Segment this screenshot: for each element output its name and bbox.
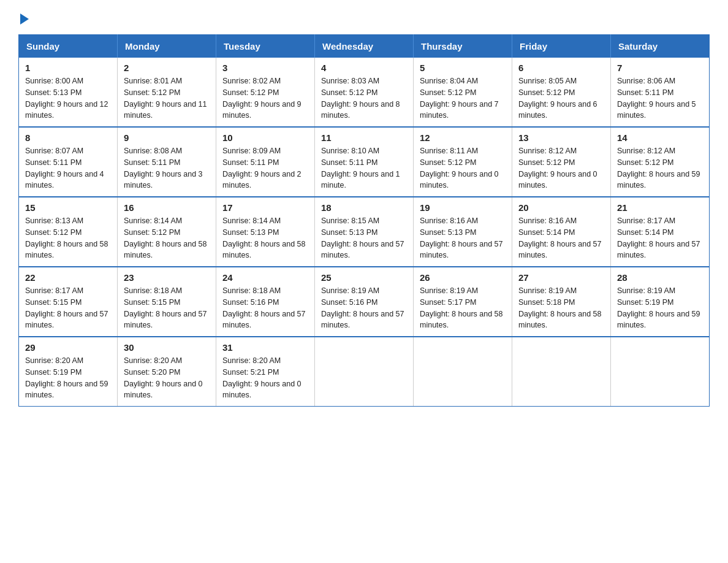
calendar-cell: 12 Sunrise: 8:11 AMSunset: 5:12 PMDaylig…	[414, 127, 512, 197]
week-row-5: 29 Sunrise: 8:20 AMSunset: 5:19 PMDaylig…	[19, 337, 710, 407]
day-info: Sunrise: 8:17 AMSunset: 5:14 PMDaylight:…	[617, 216, 700, 259]
calendar-cell: 6 Sunrise: 8:05 AMSunset: 5:12 PMDayligh…	[512, 58, 611, 127]
day-info: Sunrise: 8:19 AMSunset: 5:16 PMDaylight:…	[321, 286, 404, 329]
day-number: 8	[25, 132, 111, 143]
day-header-friday: Friday	[512, 35, 611, 58]
calendar-cell: 27 Sunrise: 8:19 AMSunset: 5:18 PMDaylig…	[512, 267, 611, 337]
day-number: 14	[617, 132, 703, 143]
day-number: 23	[124, 272, 210, 283]
calendar-cell: 25 Sunrise: 8:19 AMSunset: 5:16 PMDaylig…	[315, 267, 414, 337]
calendar-cell: 21 Sunrise: 8:17 AMSunset: 5:14 PMDaylig…	[611, 197, 710, 267]
day-number: 22	[25, 272, 111, 283]
day-number: 13	[518, 132, 604, 143]
calendar-table: SundayMondayTuesdayWednesdayThursdayFrid…	[18, 34, 710, 407]
calendar-cell	[512, 337, 611, 407]
day-info: Sunrise: 8:07 AMSunset: 5:11 PMDaylight:…	[25, 147, 104, 190]
day-number: 2	[124, 63, 210, 73]
day-info: Sunrise: 8:04 AMSunset: 5:12 PMDaylight:…	[420, 77, 499, 120]
calendar-cell: 23 Sunrise: 8:18 AMSunset: 5:15 PMDaylig…	[118, 267, 216, 337]
calendar-cell: 1 Sunrise: 8:00 AMSunset: 5:13 PMDayligh…	[19, 58, 118, 127]
day-info: Sunrise: 8:17 AMSunset: 5:15 PMDaylight:…	[25, 286, 108, 329]
day-info: Sunrise: 8:01 AMSunset: 5:12 PMDaylight:…	[124, 77, 207, 120]
day-header-row: SundayMondayTuesdayWednesdayThursdayFrid…	[19, 35, 710, 58]
day-number: 25	[321, 272, 407, 283]
calendar-cell: 8 Sunrise: 8:07 AMSunset: 5:11 PMDayligh…	[19, 127, 118, 197]
day-info: Sunrise: 8:12 AMSunset: 5:12 PMDaylight:…	[518, 147, 597, 190]
day-header-tuesday: Tuesday	[216, 35, 315, 58]
day-info: Sunrise: 8:11 AMSunset: 5:12 PMDaylight:…	[420, 147, 499, 190]
day-info: Sunrise: 8:20 AMSunset: 5:21 PMDaylight:…	[222, 356, 301, 399]
day-info: Sunrise: 8:16 AMSunset: 5:14 PMDaylight:…	[518, 216, 602, 259]
day-info: Sunrise: 8:19 AMSunset: 5:18 PMDaylight:…	[518, 286, 602, 329]
day-info: Sunrise: 8:19 AMSunset: 5:17 PMDaylight:…	[420, 286, 503, 329]
day-number: 4	[321, 63, 407, 73]
day-header-monday: Monday	[118, 35, 216, 58]
calendar-cell: 13 Sunrise: 8:12 AMSunset: 5:12 PMDaylig…	[512, 127, 611, 197]
day-header-saturday: Saturday	[611, 35, 710, 58]
day-info: Sunrise: 8:20 AMSunset: 5:19 PMDaylight:…	[25, 356, 108, 399]
day-number: 18	[321, 202, 407, 213]
calendar-body: 1 Sunrise: 8:00 AMSunset: 5:13 PMDayligh…	[19, 58, 710, 407]
day-info: Sunrise: 8:00 AMSunset: 5:13 PMDaylight:…	[25, 77, 108, 120]
day-info: Sunrise: 8:08 AMSunset: 5:11 PMDaylight:…	[124, 147, 203, 190]
day-info: Sunrise: 8:03 AMSunset: 5:12 PMDaylight:…	[321, 77, 400, 120]
day-number: 7	[617, 63, 703, 73]
week-row-4: 22 Sunrise: 8:17 AMSunset: 5:15 PMDaylig…	[19, 267, 710, 337]
calendar-cell: 18 Sunrise: 8:15 AMSunset: 5:13 PMDaylig…	[315, 197, 414, 267]
calendar-cell: 5 Sunrise: 8:04 AMSunset: 5:12 PMDayligh…	[414, 58, 512, 127]
day-info: Sunrise: 8:06 AMSunset: 5:11 PMDaylight:…	[617, 77, 696, 120]
calendar-cell: 2 Sunrise: 8:01 AMSunset: 5:12 PMDayligh…	[118, 58, 216, 127]
week-row-1: 1 Sunrise: 8:00 AMSunset: 5:13 PMDayligh…	[19, 58, 710, 127]
calendar-cell: 19 Sunrise: 8:16 AMSunset: 5:13 PMDaylig…	[414, 197, 512, 267]
day-info: Sunrise: 8:15 AMSunset: 5:13 PMDaylight:…	[321, 216, 404, 259]
calendar-cell: 11 Sunrise: 8:10 AMSunset: 5:11 PMDaylig…	[315, 127, 414, 197]
day-info: Sunrise: 8:13 AMSunset: 5:12 PMDaylight:…	[25, 216, 108, 259]
calendar-cell	[611, 337, 710, 407]
day-info: Sunrise: 8:02 AMSunset: 5:12 PMDaylight:…	[222, 77, 301, 120]
day-number: 10	[222, 132, 308, 143]
week-row-2: 8 Sunrise: 8:07 AMSunset: 5:11 PMDayligh…	[19, 127, 710, 197]
day-number: 15	[25, 202, 111, 213]
calendar-cell: 16 Sunrise: 8:14 AMSunset: 5:12 PMDaylig…	[118, 197, 216, 267]
day-info: Sunrise: 8:09 AMSunset: 5:11 PMDaylight:…	[222, 147, 301, 190]
calendar-cell: 17 Sunrise: 8:14 AMSunset: 5:13 PMDaylig…	[216, 197, 315, 267]
calendar-cell: 24 Sunrise: 8:18 AMSunset: 5:16 PMDaylig…	[216, 267, 315, 337]
day-info: Sunrise: 8:18 AMSunset: 5:15 PMDaylight:…	[124, 286, 207, 329]
calendar-cell: 20 Sunrise: 8:16 AMSunset: 5:14 PMDaylig…	[512, 197, 611, 267]
day-number: 26	[420, 272, 506, 283]
day-info: Sunrise: 8:14 AMSunset: 5:13 PMDaylight:…	[222, 216, 306, 259]
calendar-cell	[315, 337, 414, 407]
day-number: 27	[518, 272, 604, 283]
day-number: 21	[617, 202, 703, 213]
calendar-cell: 26 Sunrise: 8:19 AMSunset: 5:17 PMDaylig…	[414, 267, 512, 337]
day-number: 12	[420, 132, 506, 143]
day-info: Sunrise: 8:20 AMSunset: 5:20 PMDaylight:…	[124, 356, 203, 399]
day-header-sunday: Sunday	[19, 35, 118, 58]
calendar-cell: 29 Sunrise: 8:20 AMSunset: 5:19 PMDaylig…	[19, 337, 118, 407]
calendar-cell: 9 Sunrise: 8:08 AMSunset: 5:11 PMDayligh…	[118, 127, 216, 197]
day-number: 29	[25, 342, 111, 353]
day-header-thursday: Thursday	[414, 35, 512, 58]
calendar-cell: 14 Sunrise: 8:12 AMSunset: 5:12 PMDaylig…	[611, 127, 710, 197]
calendar-cell: 31 Sunrise: 8:20 AMSunset: 5:21 PMDaylig…	[216, 337, 315, 407]
day-info: Sunrise: 8:18 AMSunset: 5:16 PMDaylight:…	[222, 286, 306, 329]
day-number: 1	[25, 63, 111, 73]
calendar-cell: 10 Sunrise: 8:09 AMSunset: 5:11 PMDaylig…	[216, 127, 315, 197]
calendar-cell: 7 Sunrise: 8:06 AMSunset: 5:11 PMDayligh…	[611, 58, 710, 127]
day-number: 17	[222, 202, 308, 213]
day-number: 3	[222, 63, 308, 73]
day-number: 5	[420, 63, 506, 73]
week-row-3: 15 Sunrise: 8:13 AMSunset: 5:12 PMDaylig…	[19, 197, 710, 267]
calendar-cell: 15 Sunrise: 8:13 AMSunset: 5:12 PMDaylig…	[19, 197, 118, 267]
day-number: 6	[518, 63, 604, 73]
day-number: 20	[518, 202, 604, 213]
logo-triangle-icon	[20, 13, 29, 25]
day-number: 11	[321, 132, 407, 143]
calendar-cell: 30 Sunrise: 8:20 AMSunset: 5:20 PMDaylig…	[118, 337, 216, 407]
day-number: 9	[124, 132, 210, 143]
day-info: Sunrise: 8:12 AMSunset: 5:12 PMDaylight:…	[617, 147, 700, 190]
calendar-cell: 22 Sunrise: 8:17 AMSunset: 5:15 PMDaylig…	[19, 267, 118, 337]
day-header-wednesday: Wednesday	[315, 35, 414, 58]
day-number: 28	[617, 272, 703, 283]
day-info: Sunrise: 8:14 AMSunset: 5:12 PMDaylight:…	[124, 216, 207, 259]
